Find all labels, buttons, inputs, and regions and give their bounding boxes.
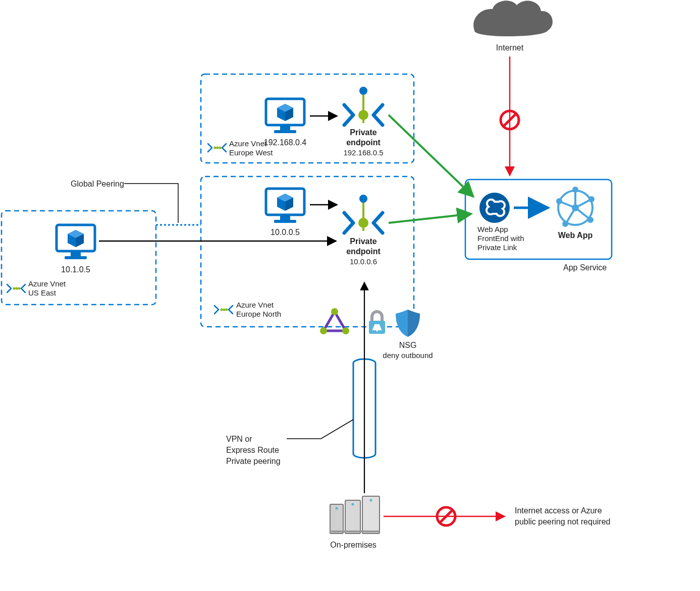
webapp-frontend-line1: Web App — [477, 225, 508, 233]
vnet-useast-l1: Azure Vnet — [28, 279, 66, 288]
pe-eunorth-t1: Private — [350, 237, 376, 246]
webapp-label: Web App — [558, 231, 593, 240]
shield-icon — [396, 310, 420, 337]
pe-euwest-ip: 192.168.0.5 — [343, 148, 383, 157]
vm-useast-icon — [57, 225, 95, 259]
vm-eunorth-icon — [266, 189, 304, 223]
vnet-eunorth-l1: Azure Vnet — [236, 301, 274, 309]
onprem-label: On-premises — [330, 541, 376, 549]
vpn-l1: VPN or — [226, 435, 252, 443]
vnet-euwest-icon — [208, 144, 226, 152]
nsg-sub: deny outbound — [383, 351, 433, 360]
lock-icon — [369, 312, 385, 334]
pe-euwest-t1: Private — [350, 128, 376, 137]
global-peering-leader — [124, 184, 178, 223]
vm-euwest-icon — [266, 99, 304, 133]
webapp-icon — [556, 187, 595, 227]
loadbalancer-icon — [320, 308, 349, 334]
svg-line-16 — [575, 208, 589, 219]
svg-point-23 — [556, 198, 562, 204]
svg-point-26 — [342, 327, 349, 334]
svg-point-25 — [331, 308, 338, 315]
arrow-eunorth-to-appservice — [389, 214, 471, 223]
pe-eunorth-ip: 10.0.0.6 — [350, 257, 377, 266]
svg-rect-32 — [362, 496, 380, 534]
vm-useast-ip: 10.1.0.5 — [61, 265, 90, 274]
webapp-frontend-line2: FrontEnd with — [477, 234, 524, 243]
svg-point-34 — [336, 507, 338, 510]
vm-eunorth-ip: 10.0.0.5 — [271, 228, 300, 237]
svg-point-35 — [352, 503, 354, 506]
svg-point-21 — [587, 217, 594, 223]
internet-label: Internet — [496, 43, 524, 52]
pe-euwest-icon — [344, 87, 383, 125]
vpn-l3: Private peering — [226, 457, 281, 465]
internet-icon — [473, 1, 553, 36]
svg-line-18 — [560, 202, 575, 208]
internet-note-l2: public peering not required — [515, 517, 610, 526]
arrow-euwest-to-appservice — [389, 115, 473, 197]
onprem-icon — [330, 496, 380, 534]
webapp-frontend-icon — [479, 193, 510, 223]
vpn-leader — [287, 420, 353, 439]
svg-point-11 — [479, 193, 510, 223]
svg-point-19 — [572, 187, 578, 193]
webapp-frontend-line3: Private Link — [477, 243, 517, 252]
vm-euwest-ip: 192.168.0.4 — [264, 138, 307, 147]
vnet-euwest-l2: Europe West — [229, 148, 273, 157]
svg-point-22 — [562, 221, 568, 227]
svg-point-36 — [370, 499, 372, 502]
svg-line-17 — [566, 208, 575, 223]
vpn-l2: Express Route — [226, 446, 279, 454]
svg-rect-33 — [331, 530, 380, 533]
pe-eunorth-icon — [344, 195, 383, 233]
pe-euwest-t2: endpoint — [346, 138, 381, 147]
nsg-title: NSG — [399, 341, 417, 349]
pe-eunorth-t2: endpoint — [346, 247, 381, 256]
svg-point-20 — [588, 196, 595, 202]
vnet-useast-icon — [7, 284, 25, 292]
internet-note-l1: Internet access or Azure — [515, 506, 602, 515]
app-service-label: App Service — [563, 263, 607, 272]
svg-line-15 — [575, 200, 590, 208]
vnet-euwest-l1: Azure Vnet — [229, 139, 267, 148]
vnet-useast-l2: US East — [28, 288, 57, 297]
vnet-eunorth-box — [201, 176, 414, 327]
vnet-eunorth-icon — [214, 306, 233, 314]
vnet-eunorth-l2: Europe North — [236, 310, 281, 318]
svg-point-27 — [320, 327, 327, 334]
global-peering-label: Global Peering — [71, 180, 124, 188]
